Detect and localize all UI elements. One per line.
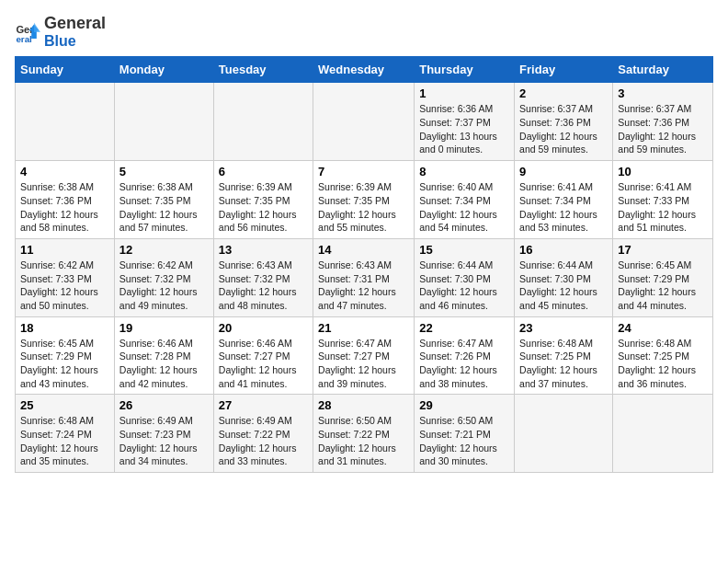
day-number: 21 — [318, 321, 409, 335]
logo-icon: Gen eral — [15, 19, 40, 45]
day-number: 15 — [419, 243, 509, 257]
day-number: 2 — [519, 86, 608, 100]
day-number: 18 — [20, 321, 109, 335]
calendar-cell: 4Sunrise: 6:38 AM Sunset: 7:36 PM Daylig… — [16, 161, 115, 239]
calendar-cell: 2Sunrise: 6:37 AM Sunset: 7:36 PM Daylig… — [515, 83, 613, 161]
day-number: 16 — [519, 243, 608, 257]
calendar-week-row: 25Sunrise: 6:48 AM Sunset: 7:24 PM Dayli… — [16, 395, 713, 473]
day-info: Sunrise: 6:37 AM Sunset: 7:36 PM Dayligh… — [519, 102, 608, 156]
day-number: 24 — [618, 321, 708, 335]
weekday-header-monday: Monday — [114, 57, 213, 83]
calendar-cell: 10Sunrise: 6:41 AM Sunset: 7:33 PM Dayli… — [613, 161, 713, 239]
day-number: 14 — [318, 243, 409, 257]
day-info: Sunrise: 6:43 AM Sunset: 7:31 PM Dayligh… — [318, 259, 409, 313]
day-number: 6 — [219, 165, 308, 178]
day-info: Sunrise: 6:48 AM Sunset: 7:24 PM Dayligh… — [20, 414, 109, 468]
day-number: 22 — [419, 321, 509, 335]
weekday-header-friday: Friday — [515, 57, 613, 83]
calendar-cell: 19Sunrise: 6:46 AM Sunset: 7:28 PM Dayli… — [114, 316, 213, 395]
calendar-cell: 6Sunrise: 6:39 AM Sunset: 7:35 PM Daylig… — [213, 161, 313, 239]
logo: Gen eral General Blue — [15, 15, 106, 49]
day-info: Sunrise: 6:47 AM Sunset: 7:27 PM Dayligh… — [318, 337, 409, 391]
calendar-cell: 22Sunrise: 6:47 AM Sunset: 7:26 PM Dayli… — [415, 316, 515, 395]
calendar-cell — [613, 395, 713, 473]
day-number: 8 — [419, 165, 509, 178]
calendar-cell: 26Sunrise: 6:49 AM Sunset: 7:23 PM Dayli… — [114, 395, 213, 473]
weekday-header-tuesday: Tuesday — [213, 57, 313, 83]
day-info: Sunrise: 6:43 AM Sunset: 7:32 PM Dayligh… — [219, 259, 308, 313]
day-info: Sunrise: 6:42 AM Sunset: 7:33 PM Dayligh… — [20, 259, 109, 313]
svg-marker-3 — [34, 22, 40, 32]
calendar-cell — [313, 83, 415, 161]
day-info: Sunrise: 6:49 AM Sunset: 7:23 PM Dayligh… — [119, 414, 209, 468]
day-info: Sunrise: 6:45 AM Sunset: 7:29 PM Dayligh… — [20, 337, 109, 391]
day-number: 3 — [618, 86, 708, 100]
day-number: 25 — [20, 398, 109, 412]
day-info: Sunrise: 6:42 AM Sunset: 7:32 PM Dayligh… — [119, 259, 209, 313]
day-number: 26 — [119, 398, 209, 412]
calendar-cell: 23Sunrise: 6:48 AM Sunset: 7:25 PM Dayli… — [515, 316, 613, 395]
weekday-header-sunday: Sunday — [16, 57, 115, 83]
calendar-cell: 28Sunrise: 6:50 AM Sunset: 7:22 PM Dayli… — [313, 395, 415, 473]
day-number: 19 — [119, 321, 209, 335]
weekday-header-thursday: Thursday — [415, 57, 515, 83]
day-info: Sunrise: 6:39 AM Sunset: 7:35 PM Dayligh… — [219, 180, 308, 235]
day-number: 29 — [419, 398, 509, 412]
calendar-cell — [515, 395, 613, 473]
day-number: 23 — [519, 321, 608, 335]
day-number: 10 — [618, 165, 708, 178]
calendar-week-row: 1Sunrise: 6:36 AM Sunset: 7:37 PM Daylig… — [16, 83, 713, 161]
day-info: Sunrise: 6:50 AM Sunset: 7:22 PM Dayligh… — [318, 414, 409, 468]
calendar-cell: 17Sunrise: 6:45 AM Sunset: 7:29 PM Dayli… — [613, 238, 713, 316]
day-number: 13 — [219, 243, 308, 257]
day-info: Sunrise: 6:46 AM Sunset: 7:27 PM Dayligh… — [219, 337, 308, 391]
calendar-cell: 27Sunrise: 6:49 AM Sunset: 7:22 PM Dayli… — [213, 395, 313, 473]
calendar-cell: 9Sunrise: 6:41 AM Sunset: 7:34 PM Daylig… — [515, 161, 613, 239]
day-info: Sunrise: 6:46 AM Sunset: 7:28 PM Dayligh… — [119, 337, 209, 391]
calendar-cell: 21Sunrise: 6:47 AM Sunset: 7:27 PM Dayli… — [313, 316, 415, 395]
day-info: Sunrise: 6:50 AM Sunset: 7:21 PM Dayligh… — [419, 414, 509, 468]
svg-text:eral: eral — [16, 34, 32, 44]
calendar-cell: 13Sunrise: 6:43 AM Sunset: 7:32 PM Dayli… — [213, 238, 313, 316]
calendar-cell: 7Sunrise: 6:39 AM Sunset: 7:35 PM Daylig… — [313, 161, 415, 239]
day-info: Sunrise: 6:37 AM Sunset: 7:36 PM Dayligh… — [618, 102, 708, 156]
calendar-cell: 8Sunrise: 6:40 AM Sunset: 7:34 PM Daylig… — [415, 161, 515, 239]
calendar-cell — [213, 83, 313, 161]
weekday-header-wednesday: Wednesday — [313, 57, 415, 83]
day-info: Sunrise: 6:39 AM Sunset: 7:35 PM Dayligh… — [318, 180, 409, 235]
calendar-cell: 16Sunrise: 6:44 AM Sunset: 7:30 PM Dayli… — [515, 238, 613, 316]
logo-line1: General — [44, 15, 106, 33]
calendar-cell: 29Sunrise: 6:50 AM Sunset: 7:21 PM Dayli… — [415, 395, 515, 473]
weekday-header-saturday: Saturday — [613, 57, 713, 83]
day-info: Sunrise: 6:36 AM Sunset: 7:37 PM Dayligh… — [419, 102, 509, 156]
header: Gen eral General Blue — [15, 15, 713, 49]
calendar-cell: 20Sunrise: 6:46 AM Sunset: 7:27 PM Dayli… — [213, 316, 313, 395]
logo-line2: Blue — [44, 33, 106, 50]
day-info: Sunrise: 6:41 AM Sunset: 7:34 PM Dayligh… — [519, 180, 608, 235]
calendar-cell: 24Sunrise: 6:48 AM Sunset: 7:25 PM Dayli… — [613, 316, 713, 395]
calendar-cell: 1Sunrise: 6:36 AM Sunset: 7:37 PM Daylig… — [415, 83, 515, 161]
calendar-week-row: 4Sunrise: 6:38 AM Sunset: 7:36 PM Daylig… — [16, 161, 713, 239]
calendar-week-row: 18Sunrise: 6:45 AM Sunset: 7:29 PM Dayli… — [16, 316, 713, 395]
calendar-cell: 11Sunrise: 6:42 AM Sunset: 7:33 PM Dayli… — [16, 238, 115, 316]
day-info: Sunrise: 6:40 AM Sunset: 7:34 PM Dayligh… — [419, 180, 509, 235]
day-number: 28 — [318, 398, 409, 412]
day-info: Sunrise: 6:44 AM Sunset: 7:30 PM Dayligh… — [419, 259, 509, 313]
day-number: 1 — [419, 86, 509, 100]
calendar-body: 1Sunrise: 6:36 AM Sunset: 7:37 PM Daylig… — [16, 83, 713, 473]
calendar-cell: 14Sunrise: 6:43 AM Sunset: 7:31 PM Dayli… — [313, 238, 415, 316]
day-info: Sunrise: 6:44 AM Sunset: 7:30 PM Dayligh… — [519, 259, 608, 313]
day-number: 5 — [119, 165, 209, 178]
day-number: 11 — [20, 243, 109, 257]
day-number: 20 — [219, 321, 308, 335]
day-number: 17 — [618, 243, 708, 257]
day-info: Sunrise: 6:48 AM Sunset: 7:25 PM Dayligh… — [519, 337, 608, 391]
weekday-header-row: SundayMondayTuesdayWednesdayThursdayFrid… — [16, 57, 713, 83]
day-info: Sunrise: 6:47 AM Sunset: 7:26 PM Dayligh… — [419, 337, 509, 391]
calendar-cell — [16, 83, 115, 161]
day-number: 27 — [219, 398, 308, 412]
calendar-cell: 18Sunrise: 6:45 AM Sunset: 7:29 PM Dayli… — [16, 316, 115, 395]
day-info: Sunrise: 6:38 AM Sunset: 7:36 PM Dayligh… — [20, 180, 109, 235]
day-info: Sunrise: 6:48 AM Sunset: 7:25 PM Dayligh… — [618, 337, 708, 391]
day-number: 9 — [519, 165, 608, 178]
